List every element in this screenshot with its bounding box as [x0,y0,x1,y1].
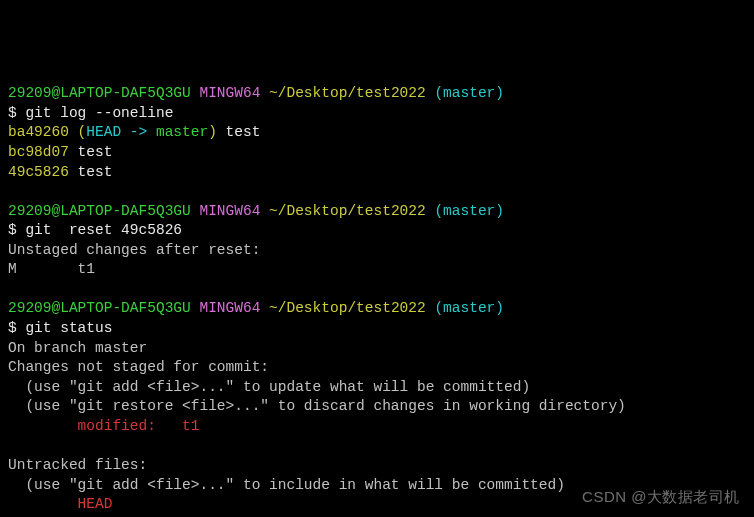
output-line: Untracked files: [8,457,147,473]
output-line: M t1 [8,261,95,277]
prompt-user-host: 29209@LAPTOP-DAF5Q3GU [8,203,191,219]
ref-master: master [156,124,208,140]
commit-msg: test [217,124,261,140]
prompt-symbol: $ [8,105,17,121]
ref-head: HEAD -> [86,124,156,140]
terminal-output[interactable]: 29209@LAPTOP-DAF5Q3GU MINGW64 ~/Desktop/… [8,84,746,517]
modified-file: modified: t1 [8,418,199,434]
output-line: (use "git add <file>..." to include in w… [8,477,565,493]
prompt-branch: (master) [434,203,504,219]
prompt-branch: (master) [434,300,504,316]
prompt-path: ~/Desktop/test2022 [269,300,426,316]
ref-open: ( [69,124,86,140]
prompt-user-host: 29209@LAPTOP-DAF5Q3GU [8,85,191,101]
command-text: git status [25,320,112,336]
commit-hash: 49c5826 [8,164,69,180]
prompt-env: MINGW64 [199,85,260,101]
untracked-file: HEAD [8,496,112,512]
prompt-symbol: $ [8,320,17,336]
command-text: git reset 49c5826 [25,222,182,238]
prompt-symbol: $ [8,222,17,238]
output-line: (use "git restore <file>..." to discard … [8,398,626,414]
commit-hash: ba49260 [8,124,69,140]
prompt-env: MINGW64 [199,203,260,219]
prompt-env: MINGW64 [199,300,260,316]
output-line: Changes not staged for commit: [8,359,269,375]
commit-msg: test [69,164,113,180]
prompt-path: ~/Desktop/test2022 [269,85,426,101]
prompt-branch: (master) [434,85,504,101]
ref-close: ) [208,124,217,140]
prompt-path: ~/Desktop/test2022 [269,203,426,219]
watermark: CSDN @大数据老司机 [582,487,740,507]
prompt-user-host: 29209@LAPTOP-DAF5Q3GU [8,300,191,316]
output-line: (use "git add <file>..." to update what … [8,379,530,395]
output-line: On branch master [8,340,147,356]
commit-hash: bc98d07 [8,144,69,160]
commit-msg: test [69,144,113,160]
output-line: Unstaged changes after reset: [8,242,260,258]
command-text: git log --oneline [25,105,173,121]
